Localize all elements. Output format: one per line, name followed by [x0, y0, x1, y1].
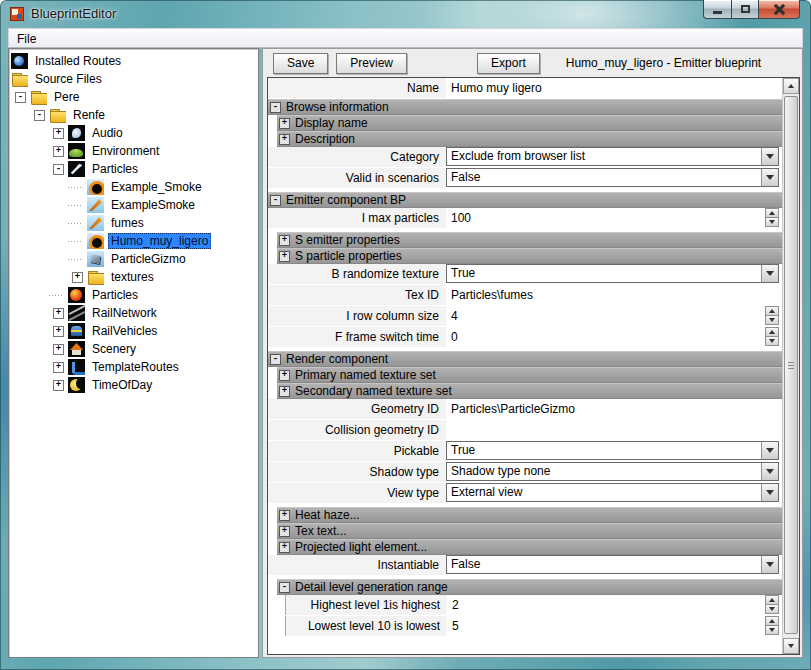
maximize-button[interactable]	[732, 0, 759, 19]
section-expander-icon[interactable]: +	[279, 134, 290, 145]
tree-item-railnetwork[interactable]: +RailNetwork	[11, 304, 258, 322]
expander-box-icon[interactable]: +	[53, 308, 64, 319]
section-expander-icon[interactable]: +	[279, 370, 290, 381]
tree-item-example-smoke[interactable]: Example_Smoke	[11, 178, 258, 196]
section-header-s-particle-properties[interactable]: +S particle properties	[277, 248, 782, 264]
spinner[interactable]	[765, 306, 779, 325]
spinner-up-button[interactable]	[765, 306, 779, 316]
tree-item-audio[interactable]: +Audio	[11, 124, 258, 142]
close-button[interactable]	[759, 0, 800, 19]
spinner-up-button[interactable]	[765, 208, 779, 218]
dropdown-instantiable[interactable]: False	[446, 555, 779, 574]
spinner-down-button[interactable]	[765, 337, 779, 346]
section-expander-icon[interactable]: -	[270, 354, 281, 365]
preview-button[interactable]: Preview	[336, 53, 407, 74]
tree-expander[interactable]: +	[49, 124, 68, 142]
tree-expander[interactable]: +	[49, 322, 68, 340]
section-expander-icon[interactable]: -	[279, 582, 290, 593]
section-expander-icon[interactable]: +	[279, 118, 290, 129]
expander-box-icon[interactable]: -	[53, 164, 64, 175]
section-header-projected-light-element[interactable]: +Projected light element...	[277, 539, 782, 555]
scrollbar-down-button[interactable]	[783, 638, 799, 654]
save-button[interactable]: Save	[273, 53, 328, 74]
scrollbar-thumb[interactable]	[784, 96, 798, 634]
title-bar[interactable]: BlueprintEditor	[0, 0, 811, 28]
tree-item-fumes[interactable]: fumes	[11, 214, 258, 232]
tree-item-humo-muy-ligero[interactable]: Humo_muy_ligero	[11, 232, 258, 250]
tree-item-timeofday[interactable]: +TimeOfDay	[11, 376, 258, 394]
expander-box-icon[interactable]: -	[34, 110, 45, 121]
tree-item-particles[interactable]: -Particles	[11, 160, 258, 178]
minimize-button[interactable]	[703, 0, 732, 19]
dropdown-pickable[interactable]: True	[446, 441, 779, 460]
tree-expander[interactable]: +	[49, 376, 68, 394]
export-button[interactable]: Export	[477, 53, 540, 74]
section-header-secondary-named-texture-set[interactable]: +Secondary named texture set	[277, 383, 782, 399]
section-expander-icon[interactable]: +	[279, 235, 290, 246]
tree-expander[interactable]: -	[30, 106, 49, 124]
tree-item-environment[interactable]: +Environment	[11, 142, 258, 160]
menu-item-file[interactable]: File	[9, 30, 44, 48]
spinner[interactable]	[765, 595, 779, 614]
section-expander-icon[interactable]: +	[279, 542, 290, 553]
tree-item-pere[interactable]: -Pere	[11, 88, 258, 106]
dropdown-valid-in-scenarios[interactable]: False	[446, 168, 779, 187]
spinner-up-button[interactable]	[765, 327, 779, 337]
dropdown-b-randomize-texture[interactable]: True	[446, 264, 779, 283]
scrollbar[interactable]	[782, 78, 799, 654]
tree-expander[interactable]: +	[49, 142, 68, 160]
section-header-s-emitter-properties[interactable]: +S emitter properties	[277, 232, 782, 248]
dropdown-arrow-button[interactable]	[761, 265, 778, 282]
spinner-down-button[interactable]	[765, 316, 779, 325]
source-tree[interactable]: Installed RoutesSource Files-Pere-Renfe+…	[8, 48, 259, 658]
expander-box-icon[interactable]: +	[72, 272, 83, 283]
section-expander-icon[interactable]: -	[270, 102, 281, 113]
spinner-down-button[interactable]	[765, 218, 779, 227]
section-header-heat-haze[interactable]: +Heat haze...	[277, 507, 782, 523]
expander-box-icon[interactable]: +	[53, 362, 64, 373]
dropdown-arrow-button[interactable]	[761, 442, 778, 459]
section-expander-icon[interactable]: +	[279, 251, 290, 262]
section-expander-icon[interactable]: -	[270, 195, 281, 206]
section-header-primary-named-texture-set[interactable]: +Primary named texture set	[277, 367, 782, 383]
dropdown-category[interactable]: Exclude from browser list	[446, 147, 779, 166]
spinner[interactable]	[765, 616, 779, 635]
tree-expander[interactable]: -	[49, 160, 68, 178]
tree-item-particlegizmo[interactable]: ParticleGizmo	[11, 250, 258, 268]
section-header-tex-text[interactable]: +Tex text...	[277, 523, 782, 539]
section-header-display-name[interactable]: +Display name	[277, 115, 782, 131]
section-header-render-component[interactable]: -Render component	[268, 351, 782, 367]
section-expander-icon[interactable]: +	[279, 526, 290, 537]
tree-item-templateroutes[interactable]: +TemplateRoutes	[11, 358, 258, 376]
dropdown-arrow-button[interactable]	[761, 169, 778, 186]
tree-expander[interactable]: +	[49, 358, 68, 376]
tree-item-scenery[interactable]: +Scenery	[11, 340, 258, 358]
section-expander-icon[interactable]: +	[279, 510, 290, 521]
spinner-up-button[interactable]	[765, 616, 779, 626]
expander-box-icon[interactable]: +	[53, 344, 64, 355]
tree-item-textures[interactable]: +textures	[11, 268, 258, 286]
spinner-up-button[interactable]	[765, 595, 779, 605]
spinner-down-button[interactable]	[765, 605, 779, 614]
tree-item-source-files[interactable]: Source Files	[11, 70, 258, 88]
dropdown-view-type[interactable]: External view	[446, 483, 779, 502]
dropdown-shadow-type[interactable]: Shadow type none	[446, 462, 779, 481]
spinner[interactable]	[765, 327, 779, 346]
tree-expander[interactable]: +	[49, 340, 68, 358]
tree-item-particles[interactable]: Particles	[11, 286, 258, 304]
dropdown-arrow-button[interactable]	[761, 556, 778, 573]
tree-item-installed-routes[interactable]: Installed Routes	[11, 52, 258, 70]
section-expander-icon[interactable]: +	[279, 386, 290, 397]
dropdown-arrow-button[interactable]	[761, 463, 778, 480]
dropdown-arrow-button[interactable]	[761, 484, 778, 501]
dropdown-arrow-button[interactable]	[761, 148, 778, 165]
expander-box-icon[interactable]: +	[53, 146, 64, 157]
expander-box-icon[interactable]: +	[53, 380, 64, 391]
tree-expander[interactable]: +	[68, 268, 87, 286]
expander-box-icon[interactable]: -	[15, 92, 26, 103]
spinner[interactable]	[765, 208, 779, 227]
tree-item-renfe[interactable]: -Renfe	[11, 106, 258, 124]
section-header-detail-level-generation-range[interactable]: -Detail level generation range	[277, 579, 782, 595]
expander-box-icon[interactable]: +	[53, 326, 64, 337]
section-header-description[interactable]: +Description	[277, 131, 782, 147]
